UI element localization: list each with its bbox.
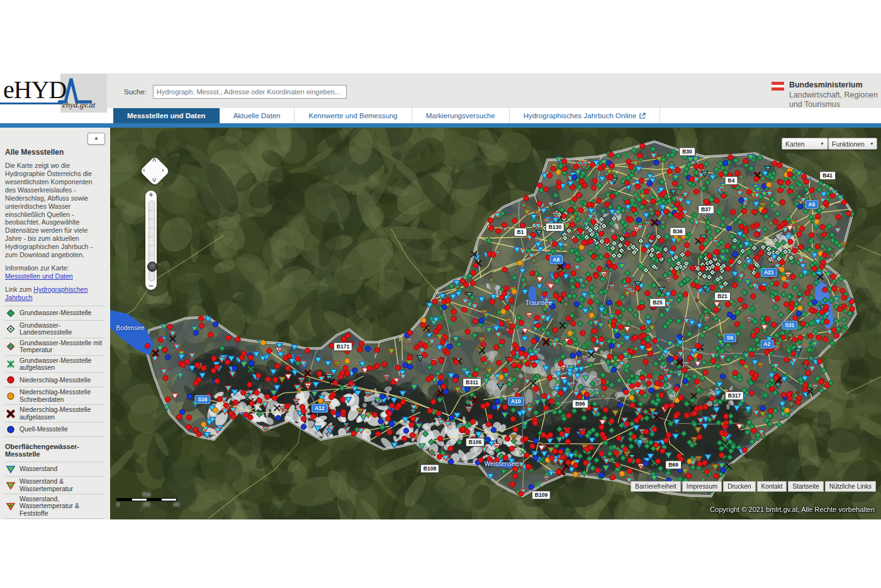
scale-tick: 40 — [173, 501, 179, 508]
zoom-knob[interactable] — [147, 262, 157, 272]
messstellen-daten-link[interactable]: Messstellen und Daten — [5, 272, 73, 280]
tab-label: Messstellen und Daten — [127, 112, 206, 119]
legend-label: Quell-Messstelle — [20, 426, 68, 433]
road-shield-b41: B41 — [819, 171, 836, 180]
legend-label: Grundwasser-Messstelle mit Temperatur — [20, 340, 104, 354]
scale-tick: 20 — [143, 501, 150, 508]
road-shield-a2: A2 — [761, 340, 774, 348]
pan-up-icon[interactable]: ˄ — [152, 156, 156, 164]
legend-label: Niederschlag-Messstelle — [20, 377, 91, 384]
map-pan-control[interactable]: ˄ ˅ ‹ › — [139, 155, 171, 187]
road-shield-a12: A12 — [311, 404, 328, 413]
funktionen-dropdown[interactable]: Funktionen ▼ — [828, 138, 877, 150]
content-area: ▲ Alle Messstellen Die Karte zeigt wo di… — [0, 128, 881, 519]
ws-icon — [5, 463, 16, 475]
jahrbuch-paragraph: Link zum Hydrographischen Jahrbuch — [5, 286, 104, 302]
road-shield-s6: S6 — [724, 333, 736, 342]
sidebar-title: Alle Messstellen — [5, 148, 104, 157]
pan-down-icon[interactable]: ˅ — [152, 176, 156, 184]
tab-kennwerte-und-bemessung[interactable]: Kennwerte und Bemessung — [295, 108, 412, 123]
legend-label: Wasserstand — [20, 465, 57, 472]
road-shield-b109: B109 — [532, 491, 551, 499]
scale-tick: 0 — [116, 501, 120, 508]
legend-item-wt: Wassertemperatur — [5, 519, 104, 519]
legend-sidebar: ▲ Alle Messstellen Die Karte zeigt wo di… — [0, 128, 110, 519]
road-shield-b130: B130 — [546, 223, 564, 231]
ehyd-logo[interactable]: eHYD ehyd.gv.at — [0, 74, 107, 113]
tab-label: Aktuelle Daten — [233, 112, 281, 119]
footer-link-barrierefreiheit[interactable]: Barrierefreiheit — [631, 481, 681, 492]
scale-numbers: 0 20 40 — [116, 501, 182, 508]
legend-item-ns: Niederschlag-Messstelle — [5, 373, 104, 387]
ws-wt-fs-icon — [5, 501, 16, 512]
logo-title: eHYD — [3, 75, 66, 104]
pan-right-icon[interactable]: › — [162, 166, 164, 174]
legend-groundwater: Grundwasser-MessstelleGrundwasser-Landes… — [5, 306, 104, 437]
road-shield-s31: S31 — [782, 321, 797, 330]
gw-landes-icon — [5, 323, 16, 335]
search-input[interactable] — [153, 85, 347, 99]
legend-label: Grundwasser-Landesmessstelle — [20, 322, 104, 336]
legend-item-gw: Grundwasser-Messstelle — [5, 306, 104, 321]
zoom-track[interactable] — [149, 201, 155, 281]
legend-item-ns-aufg: Niederschlag-Messstelle aufgelassen — [5, 405, 104, 423]
footer-link-kontakt[interactable]: Kontakt — [757, 481, 787, 492]
tab-aktuelle-daten[interactable]: Aktuelle Daten — [220, 108, 295, 123]
ns-schreiber-icon — [5, 391, 16, 402]
road-shield-a21: A21 — [761, 268, 777, 277]
scale-unit: km — [116, 491, 177, 497]
quell-icon — [5, 424, 16, 435]
funktionen-dropdown-label: Funktionen — [832, 140, 865, 148]
road-shield-s16: S16 — [194, 395, 210, 404]
tab-bar: Messstellen und DatenAktuelle DatenKennw… — [113, 108, 660, 123]
road-shield-b4: B4 — [725, 176, 738, 185]
copyright-text: Copyright © 2021 bmlrt.gv.at, Alle Recht… — [710, 506, 875, 513]
lake-label-weissensee: Weissensee — [485, 460, 519, 467]
road-shield-b36: B36 — [670, 227, 686, 236]
legend-item-gw-temp: Grundwasser-Messstelle mit Temperatur — [5, 338, 104, 356]
tab-bar-row: Messstellen und DatenAktuelle DatenKennw… — [0, 108, 881, 123]
road-shield-b106: B106 — [466, 438, 485, 447]
site-frame: Suche: Bundesministerium Landwirtschaft,… — [0, 74, 881, 519]
footer-link-impressum[interactable]: Impressum — [682, 481, 722, 492]
zoom-in-button[interactable]: + — [145, 191, 157, 199]
ministry-line2: Landwirtschaft, Regionen — [789, 91, 878, 101]
info-prefix: Information zur Karte: — [5, 264, 69, 272]
legend-label: Wasserstand & Wassertemperatur — [20, 478, 104, 492]
legend-label: Grundwasser-Messstelle aufgelassen — [20, 357, 104, 372]
jahrbuch-prefix: Link zum — [5, 286, 33, 293]
legend-item-ws-wt: Wasserstand & Wassertemperatur — [5, 477, 104, 494]
ministry-text: Bundesministerium Landwirtschaft, Region… — [789, 80, 878, 110]
road-shield-b21: B21 — [714, 292, 731, 301]
road-shield-a10: A10 — [508, 397, 524, 406]
footer-link-n-tzliche-links[interactable]: Nützliche Links — [825, 481, 876, 492]
map-scalebar: km 0 20 40 — [116, 491, 179, 508]
road-shield-a8: A8 — [550, 255, 563, 264]
pan-left-icon[interactable]: ‹ — [143, 166, 145, 174]
gw-icon — [5, 308, 16, 319]
logo-domain: ehyd.gv.at — [62, 100, 95, 110]
map-viewport[interactable]: B30B4B41A5B37B130B1B36A8A21B25B21S31S6A2… — [110, 128, 881, 519]
tab-messstellen-und-daten[interactable]: Messstellen und Daten — [113, 108, 220, 123]
tab-label: Markierungsversuche — [426, 112, 495, 119]
karten-dropdown-label: Karten — [785, 140, 805, 148]
footer-link-startseite[interactable]: Startseite — [788, 481, 823, 492]
tab-label: Hydrographisches Jahrbuch Online — [524, 112, 637, 119]
sidebar-collapse-button[interactable]: ▲ — [87, 133, 105, 145]
tab-markierungsversuche[interactable]: Markierungsversuche — [412, 108, 510, 123]
map-zoom-slider[interactable]: + − — [145, 191, 157, 290]
austria-flag-icon — [772, 82, 784, 91]
zoom-out-button[interactable]: − — [145, 281, 157, 291]
legend-label: Wasserstand, Wassertemperatur & Feststof… — [20, 496, 104, 517]
karten-dropdown[interactable]: Karten ▼ — [782, 138, 828, 150]
search-label: Suche: — [124, 88, 147, 96]
tab-hydrographisches-jahrbuch-online[interactable]: Hydrographisches Jahrbuch Online — [510, 108, 661, 123]
road-shield-b69: B69 — [665, 460, 682, 469]
footer-link-drucken[interactable]: Drucken — [723, 481, 755, 492]
ns-icon — [5, 374, 16, 386]
ws-wt-icon — [5, 480, 16, 491]
legend-label: Niederschlag-Messstelle Schreiberdaten — [20, 389, 104, 403]
tab-label: Kennwerte und Bemessung — [308, 112, 397, 119]
ministry-line1: Bundesministerium — [789, 80, 878, 91]
road-shield-b30: B30 — [679, 147, 695, 156]
